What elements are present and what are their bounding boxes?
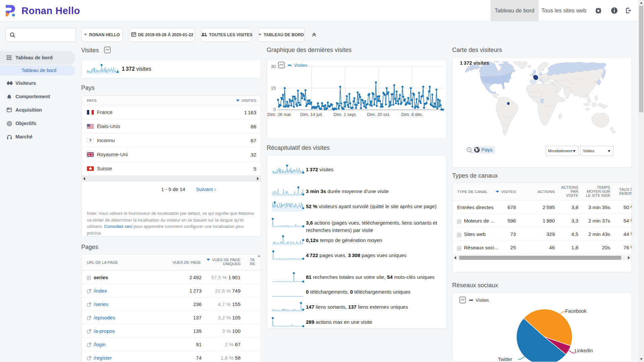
svg-text:30: 30 <box>271 64 276 69</box>
svg-text:Dim. 8 déc.: Dim. 8 déc. <box>401 112 423 117</box>
svg-text:Dim. 20 oct.: Dim. 20 oct. <box>367 112 390 117</box>
svg-text:?: ? <box>89 138 92 142</box>
svg-text:Dim. 1 sept.: Dim. 1 sept. <box>333 112 357 117</box>
svg-text:LinkedIn: LinkedIn <box>575 348 593 353</box>
svg-text:Facebook: Facebook <box>565 308 587 314</box>
svg-text:Twitter: Twitter <box>498 357 512 362</box>
svg-text:15: 15 <box>271 85 276 90</box>
svg-text:0: 0 <box>273 107 276 112</box>
svg-text:Dim. 26 mai: Dim. 26 mai <box>267 112 290 117</box>
svg-text:Dim. 14 juil.: Dim. 14 juil. <box>300 112 323 117</box>
